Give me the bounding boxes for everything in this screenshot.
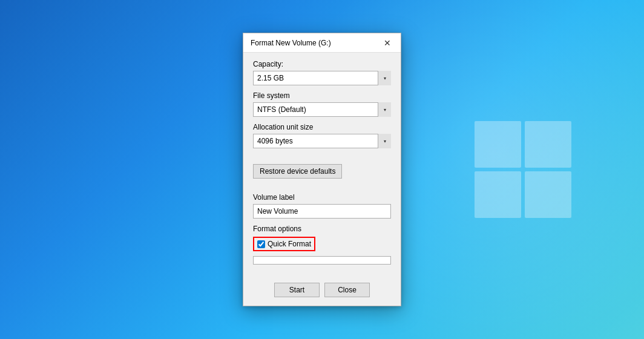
capacity-dropdown-wrapper: 2.15 GB ▾ (253, 71, 391, 85)
quick-format-checkbox[interactable] (257, 240, 265, 248)
filesystem-label: File system (253, 91, 391, 100)
quick-format-row[interactable]: Quick Format (253, 237, 315, 251)
format-options-label: Format options (253, 225, 391, 233)
allocation-dropdown-wrapper: 4096 bytes ▾ (253, 134, 391, 148)
title-bar: Format New Volume (G:) ✕ (243, 33, 401, 53)
capacity-label: Capacity: (253, 60, 391, 68)
desktop: Format New Volume (G:) ✕ Capacity: 2.15 … (0, 0, 644, 339)
progress-area (253, 256, 391, 265)
filesystem-dropdown[interactable]: NTFS (Default) (253, 102, 391, 117)
format-dialog: Format New Volume (G:) ✕ Capacity: 2.15 … (243, 33, 401, 306)
close-titlebar-button[interactable]: ✕ (381, 37, 393, 49)
start-button[interactable]: Start (274, 283, 320, 297)
restore-defaults-button[interactable]: Restore device defaults (253, 164, 342, 179)
format-options-section: Format options Quick Format (253, 225, 391, 251)
dialog-overlay: Format New Volume (G:) ✕ Capacity: 2.15 … (0, 0, 644, 339)
progress-bar-track (253, 256, 391, 265)
dialog-content: Capacity: 2.15 GB ▾ File system NTFS (De… (243, 53, 401, 277)
dialog-footer: Start Close (243, 277, 401, 306)
filesystem-dropdown-wrapper: NTFS (Default) ▾ (253, 102, 391, 117)
volume-label-input[interactable] (253, 204, 391, 219)
close-button[interactable]: Close (324, 283, 370, 297)
capacity-dropdown[interactable]: 2.15 GB (253, 71, 391, 85)
allocation-dropdown[interactable]: 4096 bytes (253, 134, 391, 148)
dialog-title: Format New Volume (G:) (251, 39, 331, 47)
allocation-label: Allocation unit size (253, 123, 391, 131)
quick-format-label: Quick Format (268, 240, 311, 248)
volume-label-label: Volume label (253, 193, 391, 202)
